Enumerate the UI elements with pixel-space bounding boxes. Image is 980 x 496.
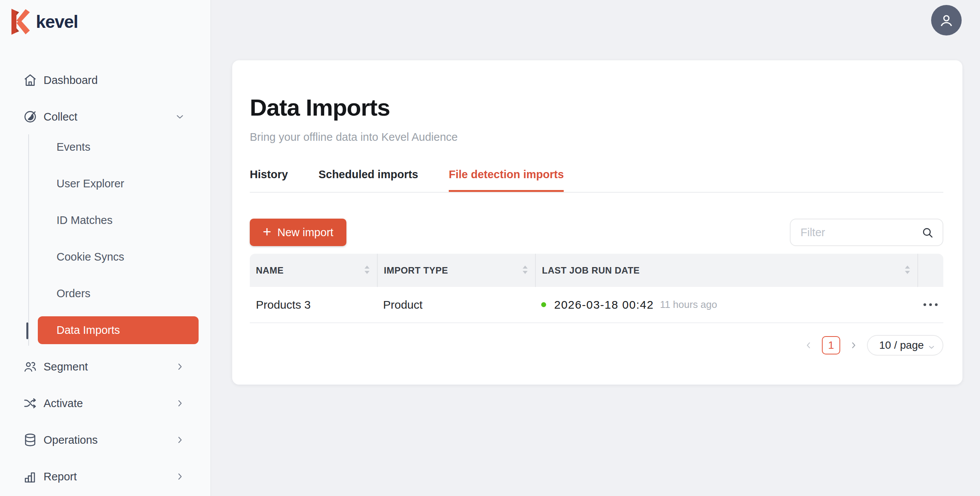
ellipsis-icon xyxy=(935,303,938,306)
sort-icon[interactable] xyxy=(363,264,371,277)
table-row[interactable]: Products 3 Product 2026-03-18 00:42 11 h… xyxy=(250,287,943,323)
cell-import-type: Product xyxy=(377,298,535,311)
prev-page-button[interactable] xyxy=(803,340,814,351)
ellipsis-icon xyxy=(929,303,932,306)
column-header-import-type[interactable]: IMPORT TYPE xyxy=(377,254,535,287)
row-actions-button[interactable] xyxy=(920,300,941,310)
sidebar-item-label: Events xyxy=(57,141,91,153)
collect-icon xyxy=(23,110,37,124)
chevron-down-icon xyxy=(175,111,185,122)
new-import-label: New import xyxy=(277,226,333,239)
sidebar-nav: Dashboard Collect Events User Explorer xyxy=(0,62,210,495)
user-avatar[interactable] xyxy=(931,5,962,35)
cell-last-job-run-date: 2026-03-18 00:42 11 hours ago xyxy=(535,298,917,311)
sidebar-item-label: ID Matches xyxy=(57,214,113,227)
sidebar-item-label: Activate xyxy=(44,397,83,410)
sidebar-item-label: Segment xyxy=(44,361,88,373)
sidebar-item-data-imports[interactable]: Data Imports xyxy=(0,312,210,348)
column-header-last-job-run-date[interactable]: LAST JOB RUN DATE xyxy=(535,254,917,287)
page-size-label: 10 / page xyxy=(879,339,924,351)
sidebar-item-dashboard[interactable]: Dashboard xyxy=(0,62,210,98)
sidebar-item-label: Collect xyxy=(44,111,78,123)
next-page-button[interactable] xyxy=(848,340,859,351)
pagination: 1 10 / page xyxy=(803,336,943,355)
sidebar-item-id-matches[interactable]: ID Matches xyxy=(0,202,210,238)
tab-file-detection-imports[interactable]: File detection imports xyxy=(449,168,564,192)
chevron-right-icon xyxy=(175,471,185,482)
status-dot xyxy=(541,302,546,307)
sidebar-item-label: Dashboard xyxy=(44,74,98,87)
users-icon xyxy=(23,359,37,374)
collect-submenu: Events User Explorer ID Matches Cookie S… xyxy=(0,129,210,348)
sidebar-item-label: Orders xyxy=(57,287,91,300)
column-header-actions xyxy=(917,254,943,287)
cell-name: Products 3 xyxy=(250,298,377,311)
tab-history[interactable]: History xyxy=(250,168,288,192)
page-1-button[interactable]: 1 xyxy=(822,336,840,354)
shuffle-icon xyxy=(23,396,37,411)
imports-table: NAME IMPORT TYPE LAST JOB RUN DATE xyxy=(250,254,943,323)
sidebar-item-operations[interactable]: Operations xyxy=(0,422,210,458)
sidebar-item-cookie-syncs[interactable]: Cookie Syncs xyxy=(0,238,210,275)
tab-bar: History Scheduled imports File detection… xyxy=(250,168,943,193)
toolbar: + New import xyxy=(250,219,943,246)
sidebar-item-report[interactable]: Report xyxy=(0,458,210,495)
page-title: Data Imports xyxy=(250,94,390,121)
table-header: NAME IMPORT TYPE LAST JOB RUN DATE xyxy=(250,254,943,287)
run-date-relative: 11 hours ago xyxy=(660,299,717,311)
chevron-right-icon xyxy=(175,361,185,372)
sort-icon[interactable] xyxy=(521,264,529,277)
sidebar-item-activate[interactable]: Activate xyxy=(0,385,210,422)
sidebar-item-user-explorer[interactable]: User Explorer xyxy=(0,165,210,202)
kevel-logo-mark xyxy=(11,8,30,36)
search-icon[interactable] xyxy=(921,226,934,241)
tab-scheduled-imports[interactable]: Scheduled imports xyxy=(319,168,418,192)
sidebar-item-label: Cookie Syncs xyxy=(57,251,124,263)
sidebar-item-collect[interactable]: Collect xyxy=(0,98,210,135)
sort-icon[interactable] xyxy=(904,264,911,277)
bar-chart-icon xyxy=(23,469,37,484)
new-import-button[interactable]: + New import xyxy=(250,219,346,246)
page-size-select[interactable]: 10 / page xyxy=(867,335,943,356)
chevron-right-icon xyxy=(175,398,185,409)
column-header-name[interactable]: NAME xyxy=(250,254,377,287)
chevron-right-icon xyxy=(849,340,859,350)
chevron-down-icon xyxy=(927,342,936,354)
ellipsis-icon xyxy=(923,303,926,306)
sidebar-item-label: User Explorer xyxy=(57,177,124,190)
sidebar-item-label: Report xyxy=(44,470,77,483)
page-subtitle: Bring your offline data into Kevel Audie… xyxy=(250,131,458,143)
run-date: 2026-03-18 00:42 xyxy=(554,298,654,311)
chevron-right-icon xyxy=(175,435,185,445)
filter-input[interactable] xyxy=(791,219,943,245)
chevron-left-icon xyxy=(804,340,813,350)
sidebar: kevel Dashboard Collect xyxy=(0,0,211,496)
home-icon xyxy=(23,73,37,87)
sidebar-item-label: Data Imports xyxy=(57,324,120,337)
sidebar-item-segment[interactable]: Segment xyxy=(0,348,210,385)
kevel-logo[interactable]: kevel xyxy=(11,8,78,36)
kevel-logo-text: kevel xyxy=(36,11,78,32)
sidebar-item-label: Operations xyxy=(44,434,98,446)
filter-box xyxy=(790,219,943,246)
main-content: Data Imports Bring your offline data int… xyxy=(212,0,980,496)
database-icon xyxy=(23,433,37,447)
sidebar-item-orders[interactable]: Orders xyxy=(0,275,210,312)
cell-actions xyxy=(917,300,943,310)
user-icon xyxy=(938,12,955,29)
data-imports-card: Data Imports Bring your offline data int… xyxy=(232,60,962,385)
plus-icon: + xyxy=(263,224,271,239)
